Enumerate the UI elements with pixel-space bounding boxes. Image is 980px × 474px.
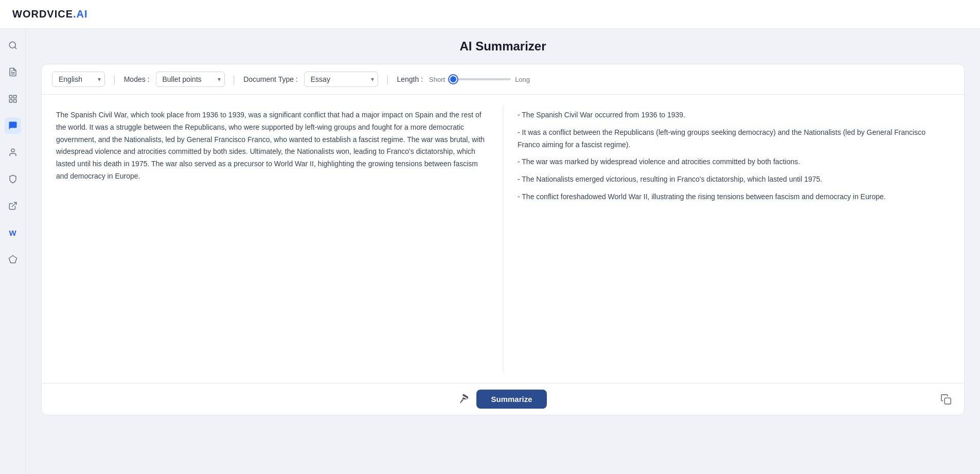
svg-rect-11 (945, 398, 951, 404)
left-panel-text: The Spanish Civil War, which took place … (56, 109, 488, 183)
svg-rect-4 (9, 95, 12, 98)
mode-select[interactable]: Bullet points Paragraph Key sentences (156, 72, 225, 87)
sidebar-icon-translate[interactable] (5, 91, 21, 107)
svg-rect-6 (9, 100, 12, 102)
sidebar: W (0, 29, 26, 474)
main-layout: W AI Summarizer English Spanish French G… (0, 29, 980, 474)
document-type-label: Document Type : (243, 75, 298, 83)
right-panel-line-2: - It was a conflict between the Republic… (518, 127, 950, 151)
language-select[interactable]: English Spanish French German Chinese Ja… (52, 72, 105, 87)
svg-point-8 (11, 149, 14, 152)
language-select-wrapper[interactable]: English Spanish French German Chinese Ja… (52, 72, 105, 87)
separator-2: | (233, 74, 236, 85)
svg-line-1 (14, 47, 16, 48)
mode-select-wrapper[interactable]: Bullet points Paragraph Key sentences (156, 72, 225, 87)
svg-marker-10 (9, 256, 16, 263)
svg-line-9 (12, 202, 16, 206)
length-slider[interactable] (449, 78, 511, 80)
panels-container: The Spanish Civil War, which took place … (42, 95, 964, 383)
sidebar-icon-document[interactable] (5, 64, 21, 80)
document-type-select[interactable]: Essay Research Paper News Article Blog P… (304, 72, 378, 87)
page-title: AI Summarizer (41, 39, 965, 54)
copy-icon[interactable] (940, 394, 952, 408)
svg-rect-7 (13, 100, 16, 102)
document-type-select-wrapper[interactable]: Essay Research Paper News Article Blog P… (304, 72, 378, 87)
sidebar-icon-person[interactable] (5, 144, 21, 161)
logo: WORDVICE.AI (12, 8, 88, 20)
summarize-button[interactable]: Summarize (476, 390, 546, 409)
separator-3: | (386, 74, 389, 85)
sidebar-icon-chat[interactable] (5, 117, 21, 134)
left-panel[interactable]: The Spanish Civil War, which took place … (42, 95, 503, 383)
main-card: English Spanish French German Chinese Ja… (41, 64, 965, 415)
sidebar-icon-export[interactable] (5, 198, 21, 214)
sidebar-icon-shield[interactable] (5, 171, 21, 187)
toolbar: English Spanish French German Chinese Ja… (42, 64, 964, 95)
right-panel-line-3: - The war was marked by widespread viole… (518, 156, 950, 168)
header: WORDVICE.AI (0, 0, 980, 29)
separator-1: | (113, 74, 116, 85)
right-panel-line-5: - The conflict foreshadowed World War II… (518, 191, 950, 203)
erase-icon[interactable] (459, 394, 470, 405)
length-label: Length : (397, 75, 423, 83)
length-control: Short Long (429, 76, 530, 83)
sidebar-icon-search[interactable] (5, 37, 21, 54)
modes-label: Modes : (124, 75, 150, 83)
svg-rect-5 (13, 95, 16, 98)
right-panel-line-1: - The Spanish Civil War occurred from 19… (518, 109, 950, 121)
length-long-label: Long (515, 76, 530, 83)
bottom-toolbar: Summarize (42, 383, 964, 415)
sidebar-icon-word[interactable]: W (5, 224, 21, 241)
right-panel: - The Spanish Civil War occurred from 19… (503, 95, 964, 383)
right-panel-line-4: - The Nationalists emerged victorious, r… (518, 173, 950, 186)
sidebar-icon-diamond[interactable] (5, 251, 21, 268)
length-short-label: Short (429, 76, 445, 83)
content-area: AI Summarizer English Spanish French Ger… (26, 29, 980, 474)
